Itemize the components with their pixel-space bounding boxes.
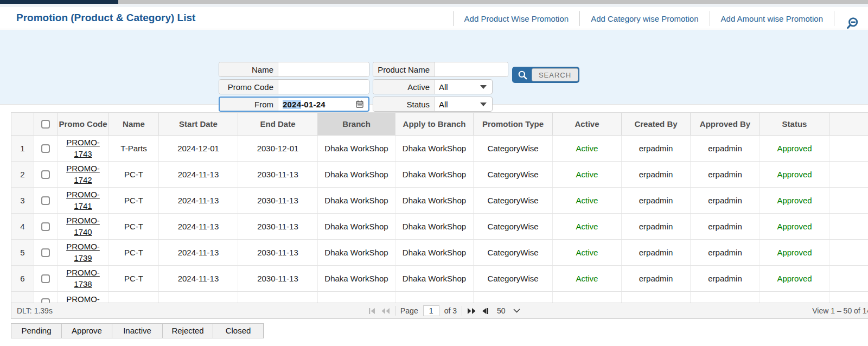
cell-status (760, 292, 829, 303)
checkbox-cell (34, 214, 58, 240)
promo-code-link[interactable]: PROMO-1740 (59, 215, 107, 238)
tab-closed[interactable]: Closed (213, 324, 264, 338)
selected-date-part: 2024 (283, 100, 301, 109)
last-page-button[interactable] (481, 308, 489, 314)
row-number: 6 (11, 266, 34, 292)
chevron-down-icon (513, 309, 520, 313)
calendar-icon[interactable] (355, 100, 364, 108)
tab-pending[interactable]: Pending (11, 324, 62, 338)
cell-status: Approved (760, 266, 829, 292)
row-checkbox[interactable] (41, 222, 50, 231)
col-start-date[interactable]: Start Date (159, 113, 238, 136)
table-row: 3PROMO-1741PC-T2024-11-132030-11-13Dhaka… (11, 188, 868, 214)
cell-branch: Dhaka WorkShop (318, 214, 395, 240)
active-tab-segment (0, 0, 118, 4)
cell-approved-by: erpadmin (691, 136, 760, 162)
cell-active: Active (553, 240, 622, 266)
cell-extra (829, 162, 868, 188)
table-row: 4PROMO-1740PC-T2024-11-132030-11-13Dhaka… (11, 214, 868, 240)
cell-name (109, 292, 159, 303)
tab-inactive[interactable]: Inactive (112, 324, 163, 338)
page-label: Page (400, 306, 418, 315)
cell-branch: Dhaka WorkShop (318, 266, 395, 292)
col-promotion-type[interactable]: Promotion Type (474, 113, 553, 136)
col-branch[interactable]: Branch (318, 113, 395, 136)
tab-rejected[interactable]: Rejected (163, 324, 213, 338)
search-button[interactable]: SEARCH (512, 67, 579, 83)
cell-branch: Dhaka WorkShop (318, 240, 395, 266)
cell-promotion-type: CategoryWise (474, 136, 553, 162)
cell-extra (829, 214, 868, 240)
promo-code-link[interactable]: PROMO-1738 (59, 267, 107, 290)
product-name-input[interactable] (435, 62, 508, 76)
name-input[interactable] (278, 62, 369, 76)
cell-end-date: 2030-11-13 (238, 188, 318, 214)
row-checkbox[interactable] (41, 248, 50, 257)
row-checkbox[interactable] (41, 196, 50, 205)
row-checkbox[interactable] (41, 298, 50, 303)
promo-code-link[interactable]: PROMO-1742 (59, 163, 107, 185)
first-page-button[interactable] (368, 308, 376, 314)
cell-start-date: 2024-11-13 (159, 266, 238, 292)
add-amount-wise-promotion-link[interactable]: Add Amount wise Promotion (710, 14, 834, 23)
cell-apply-to-branch: Dhaka WorkShop (395, 136, 474, 162)
cell-start-date: 2024-11-13 (159, 188, 238, 214)
browser-tab-strip (0, 0, 868, 4)
cell-promotion-type (474, 292, 553, 303)
from-date-input[interactable]: 2024-01-24 (278, 98, 355, 111)
page-number-input[interactable] (423, 305, 439, 316)
chevron-down-icon (480, 85, 487, 89)
row-number: 5 (11, 240, 34, 266)
active-select[interactable]: All (435, 80, 480, 94)
col-end-date[interactable]: End Date (238, 113, 318, 136)
prev-page-button[interactable] (381, 308, 390, 314)
promo-code-link[interactable]: PROMO-1743 (59, 137, 107, 159)
cell-status: Approved (760, 162, 829, 188)
chevron-down-icon (480, 102, 487, 106)
add-category-wise-promotion-link[interactable]: Add Category wise Promotion (580, 14, 709, 23)
promo-code-link[interactable]: PROMO-1741 (59, 189, 107, 212)
page-size-select[interactable]: 50 (497, 306, 520, 315)
promo-code-cell: PROMO-1743 (58, 136, 109, 162)
row-checkbox[interactable] (41, 144, 50, 153)
row-checkbox[interactable] (41, 170, 50, 179)
cell-apply-to-branch (395, 292, 474, 303)
filter-active: Active All (373, 79, 493, 94)
promo-code-cell: PROMO-1742 (58, 162, 109, 188)
cell-status: Approved (760, 240, 829, 266)
col-active[interactable]: Active (553, 113, 622, 136)
col-extra (829, 113, 868, 136)
promo-code-link[interactable]: PROMO-1739 (59, 241, 107, 264)
cell-approved-by: erpadmin (691, 162, 760, 188)
col-created-by[interactable]: Created By (622, 113, 691, 136)
col-select-all (34, 113, 58, 136)
promo-code-cell: PROMO-1740 (58, 214, 109, 240)
add-product-wise-promotion-link[interactable]: Add Product Wise Promotion (454, 14, 580, 23)
cell-apply-to-branch: Dhaka WorkShop (395, 240, 474, 266)
select-all-checkbox[interactable] (41, 120, 50, 129)
filter-name: Name (219, 62, 369, 77)
search-button-label[interactable]: SEARCH (532, 68, 578, 81)
status-tabs: Pending Approve Inactive Rejected Closed (11, 323, 264, 338)
cell-end-date: 2030-11-13 (238, 266, 318, 292)
status-select[interactable]: All (435, 97, 480, 111)
col-apply-to-branch[interactable]: Apply to Branch (395, 113, 474, 136)
cell-apply-to-branch: Dhaka WorkShop (395, 266, 474, 292)
col-promo-code[interactable]: Promo Code (58, 113, 109, 136)
col-name[interactable]: Name (109, 113, 159, 136)
cell-status: Approved (760, 214, 829, 240)
promo-code-link[interactable]: PROMO- (66, 294, 100, 303)
promo-code-input[interactable] (278, 80, 369, 94)
cell-branch: Dhaka WorkShop (318, 162, 395, 188)
next-page-button[interactable] (467, 308, 476, 314)
row-checkbox[interactable] (41, 274, 50, 283)
cell-end-date: 2030-11-13 (238, 214, 318, 240)
cell-created-by (622, 292, 691, 303)
cell-extra (829, 266, 868, 292)
col-status[interactable]: Status (760, 113, 829, 136)
row-number (11, 292, 34, 303)
product-name-label: Product Name (373, 62, 435, 76)
cell-created-by: erpadmin (622, 188, 691, 214)
tab-approve[interactable]: Approve (62, 324, 112, 338)
col-approved-by[interactable]: Approved By (691, 113, 760, 136)
